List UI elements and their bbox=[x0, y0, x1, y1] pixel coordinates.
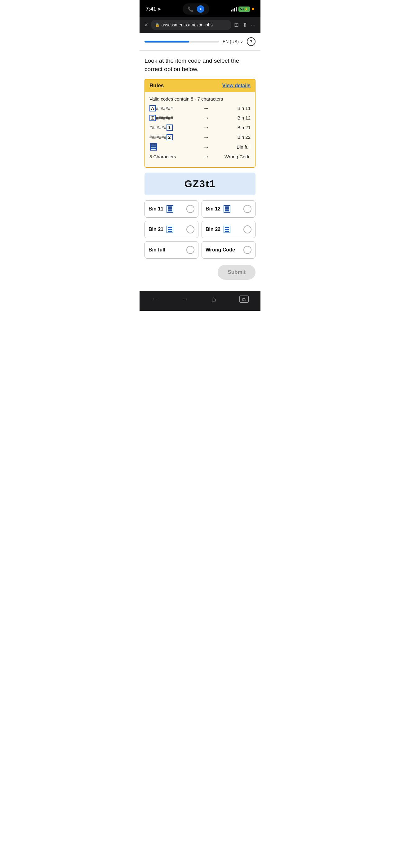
progress-bar-track bbox=[144, 41, 219, 42]
rules-row-a: A ####### → Bin 11 bbox=[149, 104, 251, 112]
option-label-bin11: Bin 11 bbox=[148, 205, 173, 213]
battery-bolt-icon: ⚡ bbox=[244, 7, 248, 11]
rules-row-1: ####### 1 → Bin 21 bbox=[149, 124, 251, 131]
address-bar[interactable]: 🔒 assessments.amazon.jobs bbox=[151, 20, 231, 30]
bin11-text: Bin 11 bbox=[148, 206, 163, 212]
rules-code-2: ####### 2 bbox=[149, 134, 190, 140]
arrow-icon-2: → bbox=[192, 133, 220, 141]
rules-row-z: Z ####### → Bin 12 bbox=[149, 114, 251, 121]
option-bin12[interactable]: Bin 12 bbox=[202, 200, 256, 218]
time-display: 7:41 bbox=[146, 6, 156, 12]
dynamic-island: 📞 ▲ bbox=[182, 3, 209, 14]
bin12-icon bbox=[224, 205, 230, 213]
bin22-text: Bin 22 bbox=[206, 227, 221, 232]
rules-code-1: ####### 1 bbox=[149, 124, 190, 131]
phone-icon: 📞 bbox=[188, 6, 194, 12]
rules-row-full: → Bin full bbox=[149, 143, 251, 151]
code-letter-a: A bbox=[149, 105, 156, 112]
browser-close-button[interactable]: × bbox=[144, 22, 148, 29]
bin-full-icon bbox=[150, 143, 157, 151]
bin21-icon bbox=[167, 226, 173, 233]
submit-row: Submit bbox=[144, 265, 256, 286]
back-button[interactable]: ← bbox=[151, 295, 158, 303]
bin21-text: Bin 21 bbox=[148, 227, 163, 232]
wrongcode-text: Wrong Code bbox=[206, 247, 235, 253]
forward-button[interactable]: → bbox=[181, 295, 188, 303]
option-label-wrongcode: Wrong Code bbox=[206, 247, 235, 253]
rules-title: Rules bbox=[149, 83, 164, 89]
main-content: Look at the item code and select the cor… bbox=[139, 51, 261, 291]
code-letter-z: Z bbox=[149, 115, 156, 121]
progress-bar-container bbox=[144, 41, 219, 42]
language-label: EN (US) bbox=[223, 39, 239, 44]
rules-box: Rules View details Valid codes contain 5… bbox=[144, 79, 256, 168]
radio-bin22[interactable] bbox=[243, 225, 252, 234]
question-text: Look at the item code and select the cor… bbox=[144, 57, 256, 73]
more-button[interactable]: ··· bbox=[251, 22, 256, 28]
browser-bar: × 🔒 assessments.amazon.jobs ⊡ ⬆ ··· bbox=[139, 17, 261, 33]
bin-label-11: Bin 11 bbox=[223, 105, 251, 111]
radio-bin11[interactable] bbox=[186, 205, 194, 213]
option-binfull[interactable]: Bin full bbox=[144, 241, 198, 258]
location-arrow-icon: ➤ bbox=[158, 7, 161, 11]
bin-label-wrong: Wrong Code bbox=[223, 154, 251, 159]
option-label-bin12: Bin 12 bbox=[206, 205, 230, 213]
radio-wrongcode[interactable] bbox=[243, 246, 252, 254]
signal-bars bbox=[231, 7, 237, 11]
radio-binfull[interactable] bbox=[186, 246, 194, 254]
arrow-icon-z: → bbox=[192, 114, 220, 121]
bin-label-21: Bin 21 bbox=[223, 125, 251, 130]
share-button[interactable]: ⬆ bbox=[242, 22, 247, 28]
bookmark-button[interactable]: ⊡ bbox=[234, 22, 239, 28]
help-label: ? bbox=[250, 39, 253, 44]
view-details-link[interactable]: View details bbox=[222, 83, 251, 89]
option-label-bin21: Bin 21 bbox=[148, 226, 173, 233]
arrow-icon-1: → bbox=[192, 124, 220, 131]
battery-percent: 53 bbox=[240, 7, 244, 11]
rules-code-full bbox=[149, 143, 190, 151]
arrow-icon-a: → bbox=[192, 104, 220, 112]
lock-icon: 🔒 bbox=[155, 23, 160, 27]
item-code-display: GZ3t1 bbox=[185, 178, 216, 189]
rules-header: Rules View details bbox=[145, 80, 255, 92]
maps-icon: ▲ bbox=[197, 5, 204, 13]
option-bin11[interactable]: Bin 11 bbox=[144, 200, 198, 218]
option-label-bin22: Bin 22 bbox=[206, 226, 230, 233]
rules-valid-text: Valid codes contain 5 - 7 characters bbox=[149, 96, 251, 101]
option-label-binfull: Bin full bbox=[148, 247, 165, 253]
arrow-icon-wrong: → bbox=[192, 153, 220, 160]
options-grid: Bin 11 Bin 12 bbox=[144, 200, 256, 258]
language-selector[interactable]: EN (US) ∨ bbox=[223, 39, 243, 44]
browser-actions: ⊡ ⬆ ··· bbox=[234, 22, 256, 28]
radio-bin12[interactable] bbox=[243, 205, 252, 213]
status-bar: 7:41 ➤ 📞 ▲ 53 ⚡ bbox=[139, 0, 261, 17]
rules-body: Valid codes contain 5 - 7 characters A #… bbox=[145, 92, 255, 167]
bin22-icon bbox=[224, 226, 230, 233]
rules-code-wrong: 8 Characters bbox=[149, 154, 190, 159]
item-code-box: GZ3t1 bbox=[144, 173, 256, 195]
status-right: 53 ⚡ bbox=[231, 6, 254, 12]
toolbar: EN (US) ∨ ? bbox=[139, 33, 261, 51]
help-button[interactable]: ? bbox=[247, 37, 256, 46]
radio-bin21[interactable] bbox=[186, 225, 194, 234]
progress-bar-fill bbox=[144, 41, 189, 42]
rules-row-2: ####### 2 → Bin 22 bbox=[149, 133, 251, 141]
bottom-nav: ← → ⌂ 25 bbox=[139, 291, 261, 311]
arrow-icon-full: → bbox=[192, 144, 220, 151]
option-bin21[interactable]: Bin 21 bbox=[144, 221, 198, 238]
tabs-button[interactable]: 25 bbox=[239, 296, 249, 303]
bin-label-full: Bin full bbox=[223, 144, 251, 150]
url-display: assessments.amazon.jobs bbox=[162, 22, 213, 27]
binfull-text: Bin full bbox=[148, 247, 165, 253]
submit-button[interactable]: Submit bbox=[218, 265, 256, 280]
code-digit-1: 1 bbox=[167, 124, 173, 131]
question-section: Look at the item code and select the cor… bbox=[139, 51, 261, 291]
rules-code-z: Z ####### bbox=[149, 115, 190, 121]
home-button[interactable]: ⌂ bbox=[211, 294, 216, 303]
code-digit-2: 2 bbox=[167, 134, 173, 140]
option-bin22[interactable]: Bin 22 bbox=[202, 221, 256, 238]
recording-indicator bbox=[252, 8, 254, 10]
battery-indicator: 53 ⚡ bbox=[238, 6, 250, 12]
option-wrongcode[interactable]: Wrong Code bbox=[202, 241, 256, 258]
rules-row-wrong: 8 Characters → Wrong Code bbox=[149, 153, 251, 160]
